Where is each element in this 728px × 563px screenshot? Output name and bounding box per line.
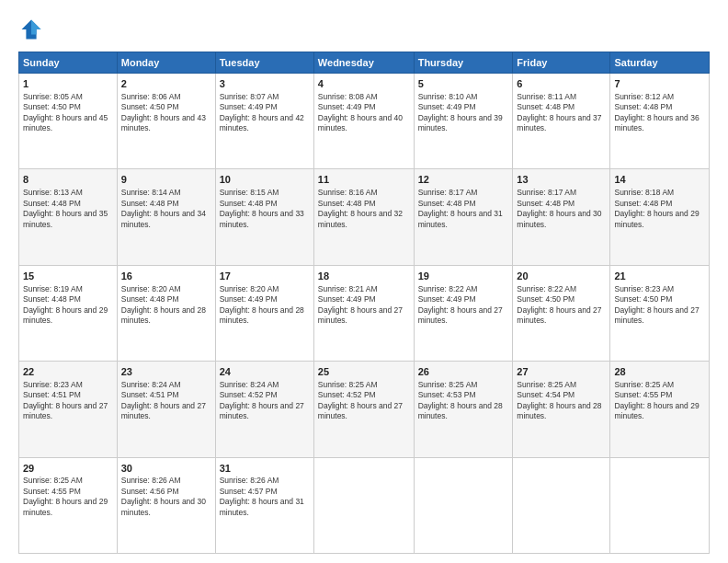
cell-day-number: 22 [23,365,113,379]
cell-info: Sunrise: 8:22 AMSunset: 4:50 PMDaylight:… [517,284,606,327]
cell-day-number: 16 [121,270,211,283]
cell-week1-day1: 9 Sunrise: 8:14 AMSunset: 4:48 PMDayligh… [117,169,215,265]
cell-week3-day0: 22 Sunrise: 8:23 AMSunset: 4:51 PMDaylig… [19,362,118,457]
cell-day-number: 20 [517,270,606,283]
cell-info: Sunrise: 8:17 AMSunset: 4:48 PMDaylight:… [517,188,606,230]
cell-info: Sunrise: 8:13 AMSunset: 4:48 PMDaylight:… [23,188,113,230]
cell-info: Sunrise: 8:07 AMSunset: 4:49 PMDaylight:… [220,92,310,134]
svg-marker-1 [31,20,41,35]
cell-info: Sunrise: 8:10 AMSunset: 4:49 PMDaylight:… [418,92,509,134]
col-header-monday: Monday [117,52,215,74]
cell-info: Sunrise: 8:05 AMSunset: 4:50 PMDaylight:… [23,92,113,134]
cell-info: Sunrise: 8:21 AMSunset: 4:49 PMDaylight:… [318,284,410,327]
cell-info: Sunrise: 8:20 AMSunset: 4:48 PMDaylight:… [121,284,211,327]
cell-day-number: 7 [614,77,705,91]
cell-week2-day1: 16 Sunrise: 8:20 AMSunset: 4:48 PMDaylig… [117,265,215,361]
cell-day-number: 30 [121,462,211,476]
cell-info: Sunrise: 8:25 AMSunset: 4:52 PMDaylight:… [318,380,410,422]
cell-info: Sunrise: 8:26 AMSunset: 4:56 PMDaylight:… [121,476,211,518]
cell-week4-day0: 29 Sunrise: 8:25 AMSunset: 4:55 PMDaylig… [19,457,118,553]
cell-day-number: 12 [418,173,509,187]
col-header-wednesday: Wednesday [313,52,414,74]
cell-day-number: 2 [121,77,211,91]
col-header-saturday: Saturday [610,52,710,74]
cell-week2-day5: 20 Sunrise: 8:22 AMSunset: 4:50 PMDaylig… [513,265,610,361]
logo-icon [18,17,44,42]
cell-day-number: 17 [220,270,310,283]
cell-info: Sunrise: 8:11 AMSunset: 4:48 PMDaylight:… [517,92,606,134]
cell-info: Sunrise: 8:25 AMSunset: 4:54 PMDaylight:… [517,380,606,422]
cell-info: Sunrise: 8:24 AMSunset: 4:51 PMDaylight:… [121,380,211,422]
cell-week3-day5: 27 Sunrise: 8:25 AMSunset: 4:54 PMDaylig… [513,362,610,457]
col-header-tuesday: Tuesday [215,52,313,74]
cell-info: Sunrise: 8:24 AMSunset: 4:52 PMDaylight:… [220,380,310,422]
cell-day-number: 23 [121,365,211,379]
calendar-table: SundayMondayTuesdayWednesdayThursdayFrid… [18,52,710,554]
cell-day-number: 4 [318,77,410,91]
col-header-sunday: Sunday [19,52,118,74]
cell-info: Sunrise: 8:15 AMSunset: 4:48 PMDaylight:… [220,188,310,230]
cell-day-number: 10 [220,173,310,187]
cell-day-number: 31 [220,462,310,476]
cell-week2-day0: 15 Sunrise: 8:19 AMSunset: 4:48 PMDaylig… [19,265,118,361]
cell-week0-day1: 2 Sunrise: 8:06 AMSunset: 4:50 PMDayligh… [117,74,215,169]
cell-info: Sunrise: 8:25 AMSunset: 4:53 PMDaylight:… [418,380,509,422]
cell-week0-day6: 7 Sunrise: 8:12 AMSunset: 4:48 PMDayligh… [610,74,710,169]
cell-week0-day2: 3 Sunrise: 8:07 AMSunset: 4:49 PMDayligh… [215,74,313,169]
cell-day-number: 3 [220,77,310,91]
cell-week1-day4: 12 Sunrise: 8:17 AMSunset: 4:48 PMDaylig… [414,169,513,265]
cell-info: Sunrise: 8:23 AMSunset: 4:51 PMDaylight:… [23,380,113,422]
cell-week3-day3: 25 Sunrise: 8:25 AMSunset: 4:52 PMDaylig… [313,362,414,457]
cell-week4-day4 [414,457,513,553]
cell-week3-day4: 26 Sunrise: 8:25 AMSunset: 4:53 PMDaylig… [414,362,513,457]
cell-info: Sunrise: 8:22 AMSunset: 4:49 PMDaylight:… [418,284,509,327]
cell-day-number: 9 [121,173,211,187]
cell-week1-day6: 14 Sunrise: 8:18 AMSunset: 4:48 PMDaylig… [610,169,710,265]
cell-day-number: 6 [517,77,606,91]
cell-day-number: 11 [318,173,410,187]
cell-info: Sunrise: 8:20 AMSunset: 4:49 PMDaylight:… [220,284,310,327]
cell-day-number: 27 [517,365,606,379]
cell-day-number: 5 [418,77,509,91]
cell-day-number: 24 [220,365,310,379]
cell-week1-day5: 13 Sunrise: 8:17 AMSunset: 4:48 PMDaylig… [513,169,610,265]
cell-week2-day6: 21 Sunrise: 8:23 AMSunset: 4:50 PMDaylig… [610,265,710,361]
cell-info: Sunrise: 8:25 AMSunset: 4:55 PMDaylight:… [614,380,705,422]
cell-info: Sunrise: 8:08 AMSunset: 4:49 PMDaylight:… [318,92,410,134]
cell-day-number: 15 [23,270,113,283]
cell-week4-day1: 30 Sunrise: 8:26 AMSunset: 4:56 PMDaylig… [117,457,215,553]
cell-info: Sunrise: 8:12 AMSunset: 4:48 PMDaylight:… [614,92,705,134]
cell-day-number: 21 [614,270,705,283]
cell-week4-day2: 31 Sunrise: 8:26 AMSunset: 4:57 PMDaylig… [215,457,313,553]
cell-week3-day1: 23 Sunrise: 8:24 AMSunset: 4:51 PMDaylig… [117,362,215,457]
cell-info: Sunrise: 8:16 AMSunset: 4:48 PMDaylight:… [318,188,410,230]
cell-info: Sunrise: 8:06 AMSunset: 4:50 PMDaylight:… [121,92,211,134]
cell-info: Sunrise: 8:26 AMSunset: 4:57 PMDaylight:… [220,476,310,518]
cell-week0-day3: 4 Sunrise: 8:08 AMSunset: 4:49 PMDayligh… [313,74,414,169]
cell-day-number: 14 [614,173,705,187]
cell-week0-day0: 1 Sunrise: 8:05 AMSunset: 4:50 PMDayligh… [19,74,118,169]
col-header-friday: Friday [513,52,610,74]
cell-week3-day2: 24 Sunrise: 8:24 AMSunset: 4:52 PMDaylig… [215,362,313,457]
col-header-thursday: Thursday [414,52,513,74]
cell-day-number: 8 [23,173,113,187]
cell-week2-day4: 19 Sunrise: 8:22 AMSunset: 4:49 PMDaylig… [414,265,513,361]
cell-week1-day0: 8 Sunrise: 8:13 AMSunset: 4:48 PMDayligh… [19,169,118,265]
cell-week1-day2: 10 Sunrise: 8:15 AMSunset: 4:48 PMDaylig… [215,169,313,265]
cell-day-number: 13 [517,173,606,187]
cell-week2-day2: 17 Sunrise: 8:20 AMSunset: 4:49 PMDaylig… [215,265,313,361]
cell-week0-day5: 6 Sunrise: 8:11 AMSunset: 4:48 PMDayligh… [513,74,610,169]
cell-day-number: 28 [614,365,705,379]
cell-day-number: 26 [418,365,509,379]
cell-day-number: 25 [318,365,410,379]
logo [18,17,48,42]
cell-day-number: 29 [23,462,113,476]
cell-info: Sunrise: 8:23 AMSunset: 4:50 PMDaylight:… [614,284,705,327]
cell-week0-day4: 5 Sunrise: 8:10 AMSunset: 4:49 PMDayligh… [414,74,513,169]
cell-week3-day6: 28 Sunrise: 8:25 AMSunset: 4:55 PMDaylig… [610,362,710,457]
cell-day-number: 1 [23,77,113,91]
cell-week2-day3: 18 Sunrise: 8:21 AMSunset: 4:49 PMDaylig… [313,265,414,361]
cell-day-number: 18 [318,270,410,283]
cell-week4-day5 [513,457,610,553]
cell-week4-day3 [313,457,414,553]
